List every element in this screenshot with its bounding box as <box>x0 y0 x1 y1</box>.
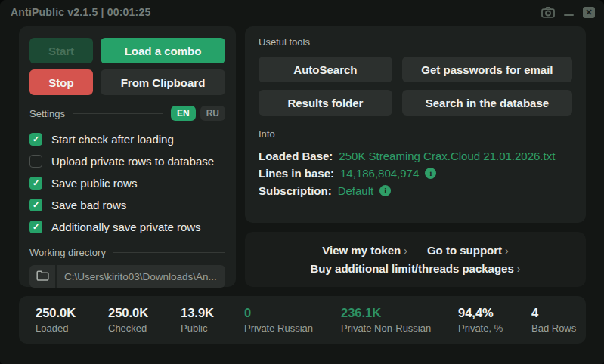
subscription-row: Subscription: Default i <box>259 182 572 199</box>
checkbox-icon: ✓ <box>29 199 42 211</box>
useful-tools-label: Useful tools <box>259 36 310 48</box>
language-ru-toggle[interactable]: RU <box>200 106 225 121</box>
stat-label: Checked <box>108 322 181 334</box>
divider <box>283 134 572 134</box>
checkbox-label: Save bad rows <box>51 199 126 211</box>
checkbox-label: Save public rows <box>51 177 137 190</box>
settings-label: Settings <box>29 108 65 119</box>
search-in-database-button[interactable]: Search in the database <box>402 90 572 116</box>
links-panel: View my token› Go to support› Buy additi… <box>245 232 586 287</box>
info-header: Info <box>259 128 572 140</box>
working-directory-path[interactable]: C:\Users\kirito03\Downloads\An... <box>57 265 225 288</box>
screenshot-camera-icon[interactable] <box>541 7 555 18</box>
loaded-base-row: Loaded Base: 250K Streaming Crax.Cloud 2… <box>259 147 572 165</box>
divider <box>317 42 572 42</box>
stat-private-non-russian: 236.1K Private Non-Russian <box>341 306 458 334</box>
from-clipboard-button[interactable]: From Clipboard <box>101 69 225 95</box>
minimize-icon[interactable] <box>564 14 574 16</box>
settings-header: Settings EN RU <box>29 106 225 121</box>
stat-public: 13.9K Public <box>181 306 244 334</box>
stat-value: 94,4% <box>458 306 531 320</box>
folder-icon <box>36 270 49 283</box>
stat-checked: 250.0K Checked <box>108 306 181 334</box>
app-window: AntiPublic v2.1.5 | 00:01:25 ✕ Start Loa… <box>0 0 604 364</box>
stat-value: 4 <box>531 306 576 320</box>
stat-label: Loaded <box>36 322 108 334</box>
browse-folder-button[interactable] <box>29 265 57 288</box>
stat-label: Private Non-Russian <box>341 322 458 334</box>
stat-label: Private Russian <box>244 322 341 334</box>
autosearch-button[interactable]: AutoSearch <box>259 57 392 82</box>
checkbox-save-public-rows[interactable]: ✓ Save public rows <box>29 172 225 194</box>
checkbox-icon: ✓ <box>29 221 42 233</box>
checkbox-icon: ✓ <box>29 155 42 168</box>
load-combo-button[interactable]: Load a combo <box>101 38 225 63</box>
working-directory-field: C:\Users\kirito03\Downloads\An... <box>29 265 225 288</box>
stat-value: 13.9K <box>181 306 244 320</box>
lines-in-base-value: 14,186,804,974 <box>340 167 419 180</box>
get-passwords-for-email-button[interactable]: Get passwords for email <box>402 57 572 82</box>
info-circle-icon[interactable]: i <box>425 168 436 179</box>
stat-private-percent: 94,4% Private, % <box>458 306 531 334</box>
checkbox-upload-private-rows[interactable]: ✓ Upload private rows to database <box>29 150 225 172</box>
control-panel: Start Load a combo Stop From Clipboard S… <box>19 26 236 287</box>
working-directory-label: Working directory <box>29 247 106 258</box>
stat-private-russian: 0 Private Russian <box>244 306 341 334</box>
go-to-support-link[interactable]: Go to support› <box>427 244 509 257</box>
stat-value: 250.0K <box>36 306 108 320</box>
start-button[interactable]: Start <box>29 38 93 63</box>
tools-info-panel: Useful tools AutoSearch Get passwords fo… <box>245 26 586 223</box>
close-icon[interactable]: ✕ <box>583 7 595 18</box>
checkbox-label: Additionally save private rows <box>51 221 201 233</box>
chevron-right-icon: › <box>401 245 407 257</box>
info-circle-icon[interactable]: i <box>379 185 391 196</box>
stat-label: Bad Rows <box>531 322 576 334</box>
window-title: AntiPublic v2.1.5 | 00:01:25 <box>11 3 541 18</box>
stat-value: 250.0K <box>108 306 181 320</box>
stat-value: 236.1K <box>341 306 458 320</box>
checkbox-label: Start check after loading <box>51 133 174 146</box>
loaded-base-label: Loaded Base: <box>259 150 333 162</box>
stop-button[interactable]: Stop <box>29 69 93 95</box>
subscription-value: Default <box>338 184 374 197</box>
stats-bar: 250.0K Loaded 250.0K Checked 13.9K Publi… <box>19 296 586 344</box>
settings-checkbox-list: ✓ Start check after loading ✓ Upload pri… <box>29 128 225 238</box>
subscription-label: Subscription: <box>259 184 332 197</box>
divider <box>73 113 163 114</box>
info-label: Info <box>259 128 275 140</box>
checkbox-start-check-after-loading[interactable]: ✓ Start check after loading <box>29 128 225 150</box>
lines-in-base-row: Lines in base: 14,186,804,974 i <box>259 165 572 182</box>
checkbox-icon: ✓ <box>29 177 42 190</box>
chevron-right-icon: › <box>514 263 521 275</box>
language-en-toggle[interactable]: EN <box>171 106 196 121</box>
stat-loaded: 250.0K Loaded <box>36 306 108 334</box>
chevron-right-icon: › <box>502 245 509 257</box>
working-directory-header: Working directory <box>29 247 225 258</box>
checkbox-save-bad-rows[interactable]: ✓ Save bad rows <box>29 194 225 216</box>
results-folder-button[interactable]: Results folder <box>259 90 392 116</box>
buy-packages-link[interactable]: Buy additional limit/threads packages› <box>311 262 521 275</box>
lines-in-base-label: Lines in base: <box>259 167 334 180</box>
checkbox-icon: ✓ <box>29 133 42 146</box>
checkbox-additionally-save-private-rows[interactable]: ✓ Additionally save private rows <box>29 216 225 238</box>
divider <box>113 252 225 253</box>
view-my-token-link[interactable]: View my token› <box>322 244 407 257</box>
title-bar: AntiPublic v2.1.5 | 00:01:25 ✕ <box>0 0 604 21</box>
useful-tools-header: Useful tools <box>259 36 572 48</box>
checkbox-label: Upload private rows to database <box>51 155 214 168</box>
stat-value: 0 <box>244 306 341 320</box>
loaded-base-value: 250K Streaming Crax.Cloud 21.01.2026.txt <box>339 150 555 162</box>
stat-bad-rows: 4 Bad Rows <box>531 306 576 334</box>
stat-label: Private, % <box>458 322 531 334</box>
stat-label: Public <box>181 322 244 334</box>
